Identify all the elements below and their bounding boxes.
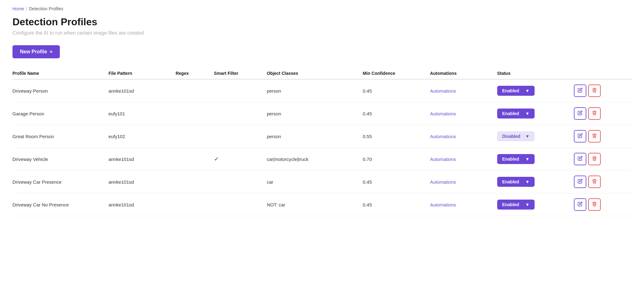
chevron-down-icon: ▼: [525, 134, 530, 139]
status-label: Disabled: [502, 134, 520, 139]
delete-button[interactable]: [588, 153, 601, 165]
chevron-down-icon: ▼: [525, 88, 530, 93]
col-header-profile-name: Profile Name: [12, 68, 108, 79]
cell-profile-name: Garage Person: [12, 102, 108, 125]
cell-regex: [175, 125, 214, 148]
cell-profile-name: Driveway Vehicle: [12, 148, 108, 171]
cell-profile-name: Great Room Person: [12, 125, 108, 148]
status-button[interactable]: Enabled ▼: [497, 86, 535, 96]
automations-link[interactable]: Automations: [430, 134, 456, 139]
cell-smart-filter: [214, 125, 267, 148]
chevron-down-icon: ▼: [525, 157, 530, 162]
new-profile-button[interactable]: New Profile +: [12, 45, 60, 58]
cell-min-confidence: 0.70: [363, 148, 430, 171]
delete-button[interactable]: [588, 107, 601, 120]
page-title: Detection Profiles: [12, 16, 632, 28]
edit-button[interactable]: [574, 107, 586, 120]
automations-link[interactable]: Automations: [430, 179, 456, 185]
cell-automations[interactable]: Automations: [430, 148, 497, 171]
cell-status: Enabled ▼: [497, 193, 574, 216]
new-profile-label: New Profile: [20, 49, 47, 55]
cell-smart-filter: [214, 79, 267, 102]
cell-actions: [574, 125, 632, 148]
trash-icon: [592, 156, 597, 162]
cell-object-classes: car: [267, 171, 363, 193]
col-header-automations: Automations: [430, 68, 497, 79]
chevron-down-icon: ▼: [525, 202, 530, 207]
col-header-smart-filter: Smart Filter: [214, 68, 267, 79]
delete-button[interactable]: [588, 130, 601, 143]
cell-actions: [574, 171, 632, 193]
automations-link[interactable]: Automations: [430, 157, 456, 162]
table-header-row: Profile Name File Pattern Regex Smart Fi…: [12, 68, 632, 79]
cell-status: Disabled ▼: [497, 125, 574, 148]
edit-button[interactable]: [574, 176, 586, 188]
cell-smart-filter: ✓: [214, 148, 267, 171]
cell-status: Enabled ▼: [497, 171, 574, 193]
status-button[interactable]: Enabled ▼: [497, 154, 535, 164]
cell-object-classes: NOT: car: [267, 193, 363, 216]
cell-file-pattern: annke101sd: [108, 193, 176, 216]
edit-button[interactable]: [574, 85, 586, 97]
trash-icon: [592, 133, 597, 139]
cell-status: Enabled ▼: [497, 102, 574, 125]
col-header-regex: Regex: [175, 68, 214, 79]
status-label: Enabled: [502, 157, 519, 162]
cell-object-classes: person: [267, 125, 363, 148]
col-header-actions: [574, 68, 632, 79]
table-row: Great Room Person eufy102 person 0.55 Au…: [12, 125, 632, 148]
cell-smart-filter: [214, 102, 267, 125]
status-button[interactable]: Enabled ▼: [497, 109, 535, 119]
breadcrumb-separator: /: [26, 6, 27, 11]
cell-profile-name: Driveway Car Presence: [12, 171, 108, 193]
cell-automations[interactable]: Automations: [430, 193, 497, 216]
delete-button[interactable]: [588, 198, 601, 211]
cell-file-pattern: annke101sd: [108, 171, 176, 193]
cell-file-pattern: annke101sd: [108, 148, 176, 171]
table-row: Driveway Car Presence annke101sd car 0.4…: [12, 171, 632, 193]
smart-filter-check: ✓: [214, 156, 219, 162]
cell-status: Enabled ▼: [497, 148, 574, 171]
edit-icon: [578, 133, 583, 139]
status-button[interactable]: Disabled ▼: [497, 131, 535, 141]
breadcrumb-home-link[interactable]: Home: [12, 6, 24, 11]
edit-button[interactable]: [574, 198, 586, 211]
trash-icon: [592, 88, 597, 94]
cell-min-confidence: 0.45: [363, 79, 430, 102]
cell-automations[interactable]: Automations: [430, 102, 497, 125]
cell-actions: [574, 79, 632, 102]
cell-file-pattern: eufy101: [108, 102, 176, 125]
profiles-table: Profile Name File Pattern Regex Smart Fi…: [12, 68, 632, 216]
edit-icon: [578, 88, 583, 94]
cell-min-confidence: 0.55: [363, 125, 430, 148]
cell-regex: [175, 193, 214, 216]
cell-regex: [175, 148, 214, 171]
edit-icon: [578, 156, 583, 162]
cell-smart-filter: [214, 171, 267, 193]
edit-icon: [578, 179, 583, 185]
trash-icon: [592, 110, 597, 117]
breadcrumb: Home / Detection Profiles: [12, 6, 632, 11]
cell-regex: [175, 171, 214, 193]
status-label: Enabled: [502, 111, 519, 116]
edit-icon: [578, 201, 583, 208]
status-button[interactable]: Enabled ▼: [497, 200, 535, 210]
table-row: Driveway Person annke101sd person 0.45 A…: [12, 79, 632, 102]
plus-icon: +: [50, 49, 52, 55]
cell-actions: [574, 102, 632, 125]
status-label: Enabled: [502, 202, 519, 207]
automations-link[interactable]: Automations: [430, 88, 456, 94]
edit-button[interactable]: [574, 153, 586, 165]
cell-smart-filter: [214, 193, 267, 216]
cell-automations[interactable]: Automations: [430, 171, 497, 193]
automations-link[interactable]: Automations: [430, 111, 456, 116]
cell-regex: [175, 102, 214, 125]
cell-automations[interactable]: Automations: [430, 79, 497, 102]
cell-min-confidence: 0.45: [363, 171, 430, 193]
delete-button[interactable]: [588, 85, 601, 97]
edit-button[interactable]: [574, 130, 586, 143]
cell-automations[interactable]: Automations: [430, 125, 497, 148]
delete-button[interactable]: [588, 176, 601, 188]
automations-link[interactable]: Automations: [430, 202, 456, 207]
status-button[interactable]: Enabled ▼: [497, 177, 535, 187]
